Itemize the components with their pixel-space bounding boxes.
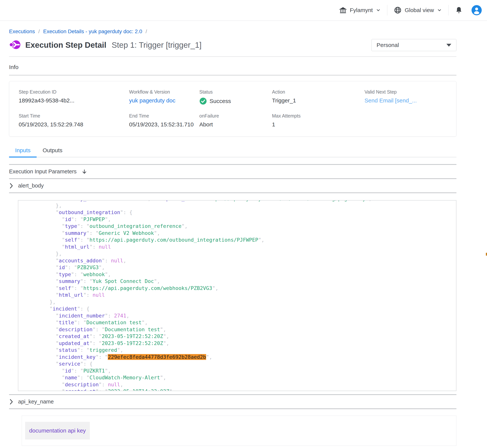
topbar: Fylamynt Global view	[0, 0, 487, 21]
json-code: "delivery_status": "delivered", "endpoin…	[18, 200, 456, 391]
org-name: Fylamynt	[350, 7, 373, 13]
info-field-label: Max Attempts	[272, 113, 365, 119]
info-field-status: StatusSuccess	[199, 89, 272, 105]
globe-icon	[394, 6, 402, 14]
info-card: Step Execution ID18992a43-9538-4b2...Wor…	[9, 81, 456, 136]
success-check-icon	[199, 97, 207, 105]
info-field-label: Valid Next Step	[365, 89, 451, 95]
tab-inputs[interactable]: Inputs	[9, 147, 37, 158]
info-field-value: Trigger_1	[272, 97, 365, 104]
info-field-value: Success	[199, 97, 272, 105]
arrow-down-icon[interactable]	[81, 169, 87, 175]
notifications-button[interactable]	[455, 6, 463, 14]
chevron-down-icon	[437, 8, 442, 13]
divider	[9, 56, 456, 57]
info-field-value[interactable]: Send Email [send_...	[365, 97, 451, 104]
page-subtitle: Step 1: Trigger [trigger_1]	[112, 40, 201, 50]
info-field-value[interactable]: yuk pagerduty doc	[129, 97, 199, 104]
bell-icon	[455, 6, 463, 14]
info-field-value: Abort	[199, 121, 272, 128]
breadcrumb-execution-details[interactable]: Execution Details - yuk pagerduty doc: 2…	[43, 28, 142, 34]
chevron-right-icon	[9, 399, 13, 405]
info-field-label: Action	[272, 89, 365, 95]
api-key-name-value-box: documentation api key	[22, 416, 456, 446]
section-title: Execution Input Parameters	[9, 168, 77, 175]
breadcrumb-separator: /	[38, 28, 40, 34]
info-field-valid-next-step: Valid Next StepSend Email [send_...	[365, 89, 451, 105]
user-avatar[interactable]	[471, 5, 482, 15]
info-field-step-execution-id: Step Execution ID18992a43-9538-4b2...	[19, 89, 129, 105]
info-field-onfailure: onFailureAbort	[199, 113, 272, 128]
bank-icon	[339, 6, 347, 14]
info-field-start-time: Start Time05/19/2023, 15:52:29.748	[19, 113, 129, 128]
execution-input-parameters-header[interactable]: Execution Input Parameters	[9, 165, 456, 178]
info-field-value: 05/19/2023, 15:52:31.710	[129, 121, 199, 128]
info-grid: Step Execution ID18992a43-9538-4b2...Wor…	[19, 89, 451, 128]
scrollbar-find-marker	[486, 253, 487, 256]
scope-select-value: Personal	[377, 42, 399, 48]
tab-outputs[interactable]: Outputs	[37, 147, 69, 157]
breadcrumb: Executions / Execution Details - yuk pag…	[9, 28, 456, 34]
info-field-label: Step Execution ID	[19, 89, 129, 95]
caret-down-icon	[446, 44, 451, 47]
title-row: Execution Step Detail Step 1: Trigger [t…	[9, 39, 456, 51]
info-field-label: Start Time	[19, 113, 129, 119]
info-field-label: onFailure	[199, 113, 272, 119]
topbar-divider	[387, 5, 387, 16]
tabs: Inputs Outputs	[9, 147, 456, 157]
chevron-right-icon	[9, 183, 13, 189]
api-key-name-chip: documentation api key	[25, 422, 90, 440]
param-label: api_key_name	[18, 399, 54, 405]
param-row-alert-body[interactable]: alert_body	[9, 179, 456, 192]
scope-select[interactable]: Personal	[372, 39, 456, 51]
view-name: Global view	[405, 7, 434, 13]
info-field-label: End Time	[129, 113, 199, 119]
info-field-label: Workflow & Version	[129, 89, 199, 95]
info-field-label: Status	[199, 89, 272, 95]
breadcrumb-executions[interactable]: Executions	[9, 28, 35, 34]
divider	[9, 408, 456, 409]
info-field-value: 1	[272, 121, 365, 128]
divider	[9, 192, 456, 193]
info-field-action: ActionTrigger_1	[272, 89, 365, 105]
info-field-workflow-version: Workflow & Versionyuk pagerduty doc	[129, 89, 199, 105]
chevron-down-icon	[376, 8, 381, 13]
view-switcher[interactable]: Global view	[394, 6, 442, 14]
info-field-end-time: End Time05/19/2023, 15:52:31.710	[129, 113, 199, 128]
param-row-api-key-name[interactable]: api_key_name	[9, 395, 456, 408]
info-field-max-attempts: Max Attempts1	[272, 113, 365, 128]
param-label: alert_body	[18, 183, 44, 189]
breadcrumb-separator: /	[146, 28, 147, 34]
org-switcher[interactable]: Fylamynt	[339, 6, 381, 14]
info-field-value: 18992a43-9538-4b2...	[19, 97, 129, 104]
divider	[9, 75, 456, 75]
fylamynt-logo-icon	[9, 40, 21, 50]
info-heading: Info	[9, 64, 456, 70]
alert-body-json-viewer[interactable]: "delivery_status": "delivered", "endpoin…	[18, 200, 456, 391]
topbar-divider	[448, 5, 448, 16]
page-title: Execution Step Detail	[25, 40, 106, 50]
info-field-value: 05/19/2023, 15:52:29.748	[19, 121, 129, 128]
